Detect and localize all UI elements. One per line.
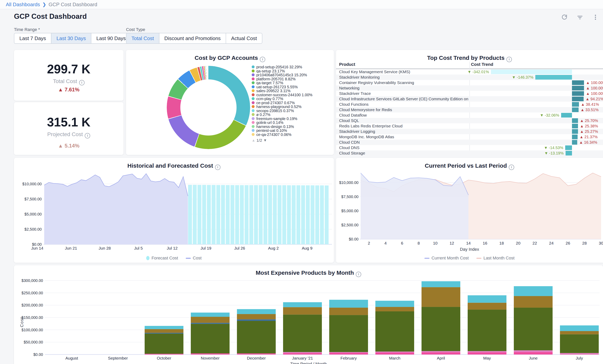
svg-text:June: June bbox=[529, 356, 538, 360]
legend-label: customer-success-244100 1.00% bbox=[256, 93, 312, 97]
legend-item[interactable]: uat-setup-261723 5.55% bbox=[252, 85, 332, 89]
legend-item[interactable]: freemium-sample 0.19% bbox=[252, 117, 332, 121]
info-icon[interactable]: i bbox=[85, 133, 90, 138]
legend-page-up-icon[interactable]: ▲ bbox=[252, 138, 255, 143]
table-row[interactable]: Cloud Storage▼ -13.19% bbox=[336, 150, 603, 156]
legend-page-down-icon[interactable]: ▼ bbox=[263, 138, 267, 143]
legend-item[interactable]: ce-prod-274307 0.67% bbox=[252, 101, 332, 105]
cost-trend-cell: ▼ -342.01% bbox=[469, 69, 603, 75]
svg-text:$250,000.00: $250,000.00 bbox=[22, 291, 43, 295]
legend-item[interactable]: ccm-play 0.77% bbox=[252, 97, 332, 101]
time-range-option-last-90-days[interactable]: Last 90 Days bbox=[91, 33, 131, 43]
bar-segment bbox=[421, 307, 460, 351]
kebab-menu-icon[interactable] bbox=[592, 14, 599, 21]
info-icon[interactable]: i bbox=[260, 57, 265, 62]
cost-type-selector[interactable]: Total CostDiscount and PromotionsActual … bbox=[126, 33, 262, 44]
legend-swatch bbox=[252, 101, 255, 104]
legend-item[interactable]: harness-playground 0.52% bbox=[252, 105, 332, 109]
trend-percent: ▲ 38.41% bbox=[581, 102, 599, 107]
legend-item[interactable]: ø 0.27% bbox=[252, 113, 332, 117]
legend-item[interactable]: secops-239815 0.37% bbox=[252, 109, 332, 113]
bar-segment bbox=[375, 352, 414, 353]
bar-segment bbox=[421, 352, 460, 354]
bar-segment bbox=[237, 309, 276, 314]
gcp-accounts-donut-chart[interactable] bbox=[167, 66, 250, 149]
legend-item[interactable]: customer-success-244100 1.00% bbox=[252, 93, 332, 97]
cost-type-option-actual-cost[interactable]: Actual Cost bbox=[226, 33, 262, 43]
bar-segment bbox=[468, 309, 506, 351]
time-range-option-last-30-days[interactable]: Last 30 Days bbox=[51, 33, 91, 43]
bar-segment bbox=[560, 353, 599, 354]
table-row[interactable]: Redis Labs Redis Enterprise Cloud▲ 25.38… bbox=[336, 123, 603, 129]
bar-segment bbox=[329, 352, 368, 353]
legend-entry[interactable]: Current Month Cost bbox=[424, 255, 469, 261]
bar-segment bbox=[514, 286, 553, 296]
breadcrumb-link-all-dashboards[interactable]: All Dashboards bbox=[6, 1, 40, 8]
trend-bar bbox=[572, 97, 584, 101]
table-row[interactable]: Stackdriver Monitoring▼ -146.37% bbox=[336, 75, 603, 80]
time-range-option-last-7-days[interactable]: Last 7 Days bbox=[14, 33, 51, 43]
table-row[interactable]: Cloud DNS▼ -14.53% bbox=[336, 145, 603, 150]
most-expensive-products-panel: Most Expensive Products by Monthi Cost $… bbox=[14, 265, 603, 364]
table-row[interactable]: Cloud Dataflow▼ -32.06% bbox=[336, 112, 603, 118]
column-header-product[interactable]: Product bbox=[339, 62, 355, 67]
filter-icon[interactable] bbox=[577, 14, 583, 21]
table-row[interactable]: MongoDB Inc. MongoDB Atlas▲ 21.37% bbox=[336, 134, 603, 140]
svg-text:12: 12 bbox=[450, 241, 454, 245]
trend-percent: ▼ -342.01% bbox=[467, 69, 489, 75]
bar-segment bbox=[145, 333, 183, 334]
legend-item[interactable]: prod-setup-205416 32.29% bbox=[252, 65, 332, 69]
table-row[interactable]: Cloud Infrastructure Services GitLab Ser… bbox=[336, 96, 603, 102]
cost-type-option-total-cost[interactable]: Total Cost bbox=[127, 33, 159, 43]
legend-label: ccm-play 0.77% bbox=[256, 97, 283, 101]
historical-forecast-chart[interactable]: $0.00$2,500.00$5,000.00$7,500.00$10,000.… bbox=[14, 158, 334, 263]
trend-percent: ▲ 100.00% bbox=[586, 85, 603, 91]
legend-item[interactable]: pr10406a87045145c3 15.20% bbox=[252, 73, 332, 77]
legend-item[interactable]: qa-setup 23.17% bbox=[252, 69, 332, 73]
table-row[interactable]: Cloud CDN▲ 16.34% bbox=[336, 140, 603, 145]
legend-item[interactable]: ce-qa-274307 0.06% bbox=[252, 133, 332, 137]
trend-bar bbox=[572, 108, 579, 112]
historical-forecast-panel: Historical and Forecasted Costi $0.00$2,… bbox=[14, 158, 334, 263]
info-icon[interactable]: i bbox=[79, 80, 84, 85]
refresh-icon[interactable] bbox=[561, 14, 568, 21]
table-row[interactable]: Cloud SQL▲ 25.70% bbox=[336, 118, 603, 123]
table-row[interactable]: Stackdriver Trace▲ 100.00% bbox=[336, 91, 603, 96]
table-row[interactable]: Cloud Functions▲ 38.41% bbox=[336, 102, 603, 107]
table-row[interactable]: Container Registry Vulnerability Scannin… bbox=[336, 80, 603, 85]
bar-segment bbox=[191, 312, 230, 317]
svg-text:$2,500.00: $2,500.00 bbox=[341, 223, 359, 227]
svg-text:Jul 12: Jul 12 bbox=[167, 246, 178, 250]
legend-item[interactable]: harness-design 0.13% bbox=[252, 125, 332, 129]
monthly-products-chart[interactable]: $0.00$50,000.00$100,000.00$150,000.00$20… bbox=[14, 265, 603, 364]
svg-text:$50,000.00: $50,000.00 bbox=[24, 340, 43, 344]
legend-entry[interactable]: Last Month Cost bbox=[476, 255, 514, 261]
table-row[interactable]: Cloud Key Management Service (KMS)▼ -342… bbox=[336, 69, 603, 75]
bar-segment bbox=[421, 351, 460, 352]
table-row[interactable]: Stackdriver Logging▲ 25.27% bbox=[336, 129, 603, 134]
total-cost-card: 299.7 K Total Costi ▲ 7.61% bbox=[14, 50, 124, 101]
info-icon[interactable]: i bbox=[506, 57, 512, 62]
product-name: Cloud SQL bbox=[336, 118, 469, 123]
svg-text:$5,000.00: $5,000.00 bbox=[341, 209, 359, 213]
bar-segment bbox=[283, 352, 322, 353]
legend-item[interactable]: qa-target 7.57% bbox=[252, 81, 332, 85]
cost-type-option-discount-and-promotions[interactable]: Discount and Promotions bbox=[159, 33, 226, 43]
legend-item[interactable]: sales-209522 3.11% bbox=[252, 89, 332, 93]
legend-item[interactable]: platform-205701 8.82% bbox=[252, 77, 332, 81]
bar-segment bbox=[514, 352, 553, 354]
bar-segment bbox=[237, 319, 276, 321]
table-row[interactable]: Cloud Memorystore for Redis▲ 33.51% bbox=[336, 107, 603, 112]
bar-segment bbox=[468, 303, 506, 309]
trend-bar bbox=[572, 86, 584, 90]
time-period-axis-label: Time Period / Month bbox=[14, 362, 603, 364]
legend-entry[interactable]: Forecast Cost bbox=[146, 255, 178, 261]
legend-item[interactable]: golink-url 0.14% bbox=[252, 121, 332, 125]
bar-segment bbox=[560, 334, 599, 353]
table-row[interactable]: Networking▲ 100.00% bbox=[336, 85, 603, 91]
legend-item[interactable]: pentest-uat 0.10% bbox=[252, 129, 332, 133]
cost-trend-cell: ▲ 100.00% bbox=[469, 85, 603, 91]
column-header-cost-trend[interactable]: Cost Trend bbox=[471, 62, 493, 67]
svg-text:6: 6 bbox=[401, 241, 403, 245]
legend-entry[interactable]: Cost bbox=[186, 255, 201, 261]
